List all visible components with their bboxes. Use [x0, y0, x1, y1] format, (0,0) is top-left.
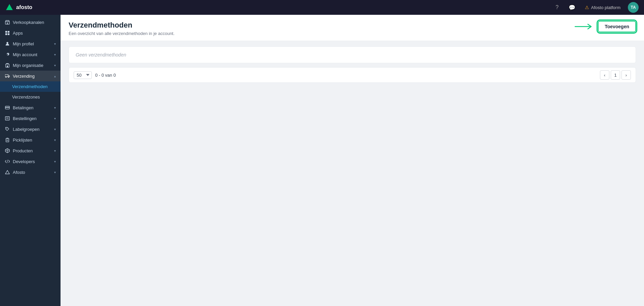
page-header-right: Toevoegen [574, 21, 636, 32]
sidebar-item-verzendmethoden-label: Verzendmethoden [12, 84, 56, 89]
sidebar-item-afosto-label: Afosto [13, 170, 51, 175]
chevron-icon-account: ▾ [54, 53, 56, 56]
sidebar-item-mijn-account-label: Mijn account [13, 52, 51, 57]
svg-rect-3 [5, 31, 7, 33]
platform-button[interactable]: ⚠ Afosto platform [581, 3, 624, 11]
sidebar-item-verzending[interactable]: Verzending ▴ [0, 71, 61, 81]
chevron-icon-organisatie: ▾ [54, 64, 56, 67]
add-button[interactable]: Toevoegen [598, 21, 636, 32]
sidebar-item-mijn-profiel[interactable]: Mijn profiel ▾ [0, 38, 61, 49]
sidebar-item-betalingen[interactable]: Betalingen ▾ [0, 102, 61, 113]
sidebar-item-verkoopkanalen-label: Verkoopkanalen [13, 20, 56, 25]
pagination-bar: 50 10 25 100 0 - 0 van 0 ‹ 1 › [69, 67, 636, 83]
code-icon [5, 159, 10, 164]
sidebar-item-apps-label: Apps [13, 31, 56, 36]
svg-rect-5 [5, 33, 7, 35]
topnav: afosto ? 💬 ⚠ Afosto platform TA [0, 0, 644, 15]
sidebar-item-labelgroepen[interactable]: Labelgroepen ▾ [0, 124, 61, 135]
avatar-initials: TA [631, 5, 636, 10]
sidebar-section-main: Verkoopkanalen Apps Mijn profiel ▾ M [0, 15, 61, 180]
sidebar: Verkoopkanalen Apps Mijn profiel ▾ M [0, 15, 61, 306]
tag-group-icon [5, 126, 10, 132]
chevron-icon-picklijsten: ▾ [54, 138, 56, 142]
grid-icon [5, 30, 10, 36]
sidebar-item-verzendzones-label: Verzendzones [12, 94, 56, 100]
triangle-icon [5, 169, 10, 175]
sidebar-item-developers-label: Developers [13, 159, 51, 164]
svg-rect-18 [6, 139, 9, 142]
svg-point-17 [6, 128, 7, 129]
svg-point-11 [8, 77, 9, 78]
box-icon [5, 148, 10, 153]
main-content: Verzendmethoden Een overzicht van alle v… [61, 15, 644, 306]
sidebar-item-producten[interactable]: Producten ▾ [0, 145, 61, 156]
logo[interactable]: afosto [5, 3, 32, 11]
svg-rect-6 [8, 33, 9, 35]
sidebar-item-developers[interactable]: Developers ▾ [0, 156, 61, 167]
help-icon: ? [556, 4, 559, 10]
next-page-button[interactable]: › [621, 70, 631, 80]
chevron-icon-bestellingen: ▾ [54, 117, 56, 120]
svg-marker-0 [6, 4, 13, 10]
page-header-left: Verzendmethoden Een overzicht van alle v… [69, 21, 175, 36]
clipboard-icon [5, 137, 10, 143]
sidebar-item-bestellingen[interactable]: Bestellingen ▾ [0, 113, 61, 124]
logo-icon [5, 3, 13, 11]
pagination-right: ‹ 1 › [600, 70, 631, 80]
sidebar-item-picklijsten-label: Picklijsten [13, 138, 51, 143]
sidebar-item-picklijsten[interactable]: Picklijsten ▾ [0, 135, 61, 145]
chevron-icon-profiel: ▾ [54, 42, 56, 46]
page-title: Verzendmethoden [69, 21, 175, 30]
building-icon [5, 63, 10, 68]
chevron-icon-afosto: ▾ [54, 170, 56, 174]
svg-rect-9 [7, 66, 8, 67]
svg-rect-13 [5, 107, 9, 108]
layout: Verkoopkanalen Apps Mijn profiel ▾ M [0, 15, 644, 306]
pagination-left: 50 10 25 100 0 - 0 van 0 [74, 71, 116, 79]
chevron-icon-labelgroepen: ▾ [54, 127, 56, 131]
truck-icon [5, 73, 10, 79]
per-page-select[interactable]: 50 10 25 100 [74, 71, 92, 79]
sidebar-item-mijn-organisatie[interactable]: Mijn organisatie ▾ [0, 60, 61, 71]
sidebar-item-labelgroepen-label: Labelgroepen [13, 127, 51, 132]
svg-rect-2 [7, 23, 8, 24]
platform-label: Afosto platform [591, 5, 620, 10]
svg-point-10 [5, 77, 6, 78]
content-area: Geen verzendmethoden 50 10 25 100 0 - 0 … [61, 41, 644, 306]
topnav-right: ? 💬 ⚠ Afosto platform TA [552, 2, 639, 13]
list-icon [5, 116, 10, 121]
chevron-icon-betalingen: ▾ [54, 106, 56, 110]
person-icon [5, 41, 10, 46]
current-page: 1 [611, 70, 620, 80]
chevron-icon-verzending: ▴ [54, 74, 56, 78]
gear-icon [5, 52, 10, 57]
sidebar-item-verzendmethoden[interactable]: Verzendmethoden [0, 81, 61, 92]
logo-text: afosto [16, 4, 32, 10]
range-text: 0 - 0 van 0 [95, 73, 116, 78]
sidebar-item-verkoopkanalen[interactable]: Verkoopkanalen [0, 17, 61, 28]
sidebar-item-verzending-label: Verzending [13, 74, 51, 79]
sidebar-item-afosto[interactable]: Afosto ▾ [0, 167, 61, 178]
page-header: Verzendmethoden Een overzicht van alle v… [61, 15, 644, 41]
sidebar-item-mijn-account[interactable]: Mijn account ▾ [0, 49, 61, 60]
svg-rect-14 [5, 117, 9, 120]
svg-point-7 [6, 42, 8, 44]
topnav-left: afosto [5, 3, 32, 11]
empty-state: Geen verzendmethoden [69, 46, 636, 63]
chevron-icon-developers: ▾ [54, 160, 56, 163]
sidebar-item-verzendzones[interactable]: Verzendzones [0, 92, 61, 102]
help-button[interactable]: ? [552, 2, 563, 13]
sidebar-item-producten-label: Producten [13, 148, 51, 153]
warning-icon: ⚠ [585, 5, 589, 10]
sidebar-item-mijn-profiel-label: Mijn profiel [13, 41, 51, 46]
prev-page-button[interactable]: ‹ [600, 70, 609, 80]
sidebar-item-apps[interactable]: Apps [0, 28, 61, 38]
chat-button[interactable]: 💬 [567, 2, 577, 13]
chevron-icon-producten: ▾ [54, 149, 56, 153]
arrow-annotation [574, 22, 594, 32]
avatar-button[interactable]: TA [628, 2, 639, 13]
svg-line-22 [7, 160, 8, 163]
empty-message: Geen verzendmethoden [76, 52, 126, 58]
sidebar-item-bestellingen-label: Bestellingen [13, 116, 51, 121]
sidebar-item-betalingen-label: Betalingen [13, 105, 51, 110]
